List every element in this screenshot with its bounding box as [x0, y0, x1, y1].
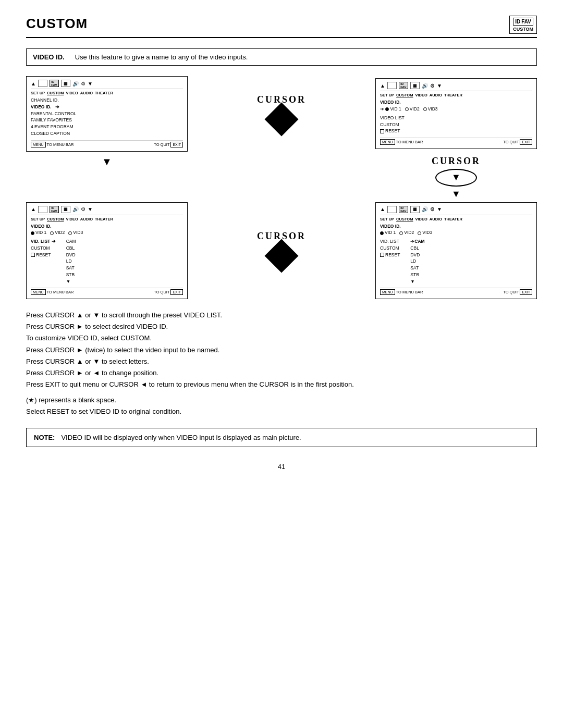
nav-video-bl: VIDEO [66, 217, 78, 221]
menu-icon-speaker-br: 🔊 [422, 206, 428, 212]
bl-reset: RESET [31, 252, 56, 258]
page-header: CUSTOM ID FAV CUSTOM [26, 16, 537, 38]
menu-icon-settings-tr: ⚙ [430, 83, 435, 89]
center-top-connector: CURSOR [188, 94, 375, 133]
menu-icon-blank-tr [387, 82, 397, 89]
nav-custom-tr: CUSTOM [396, 93, 413, 97]
nav-video: VIDEO [66, 91, 78, 95]
desc-line-4: Press CURSOR ► (twice) to select the vid… [26, 344, 537, 356]
menu-icon-settings: ⚙ [81, 81, 85, 87]
cursor-diamond-bottom [264, 239, 298, 273]
nav-video-tr: VIDEO [415, 93, 427, 97]
tr-video-id-heading: VIDEO ID. [380, 99, 532, 106]
nav-up-bl: ▲ [31, 206, 36, 212]
bl-right-list: CAM CBL DVD LD SAT STB ▼ [66, 238, 76, 285]
screen-bottom-left-nav-labels: SET UP CUSTOM VIDEO AUDIO THEATER [31, 217, 183, 221]
screen-bottom-right-nav-labels: SET UP CUSTOM VIDEO AUDIO THEATER [380, 217, 532, 221]
screen-top-right-nav-labels: SET UP CUSTOM VIDEO AUDIO THEATER [380, 93, 532, 97]
desc-line-6: Press CURSOR ► or ◄ to change position. [26, 367, 537, 379]
bl-cbl: CBL [66, 245, 76, 252]
screen-top-right-content: VIDEO ID. ➔ VID 1 VID2 VID3 VIDEO LIST C… [380, 99, 532, 134]
nav-custom-bl: CUSTOM [47, 217, 64, 221]
footer-quit-bl: TO QUIT EXIT [154, 290, 183, 294]
tr-reset: RESET [380, 128, 532, 134]
br-sat: SAT [410, 265, 424, 272]
middle-connector-row: ▼ CURSOR ▼ ▼ [26, 156, 537, 200]
screen-bottom-right-menubar: ▲ IDFAV ▦ 🔊 ⚙ ▼ [380, 206, 532, 215]
diagram-area: ▲ IDFAV ▦ 🔊 ⚙ ▼ SET UP CUSTOM VIDEO AUDI… [26, 76, 537, 299]
cursor-oval: ▼ [435, 169, 477, 187]
nav-custom: CUSTOM [47, 91, 64, 95]
br-more: ▼ [410, 278, 424, 285]
nav-audio-tr: AUDIO [430, 93, 442, 97]
nav-audio-br: AUDIO [430, 217, 442, 221]
nav-down-arrow-tr: ▼ [437, 83, 442, 89]
bottom-row: ▲ IDFAV ▦ 🔊 ⚙ ▼ SET UP CUSTOM VIDEO AUDI… [26, 202, 537, 300]
desc-line-5: Press CURSOR ▲ or ▼ to select letters. [26, 356, 537, 367]
down-arrow-right: ▼ [451, 189, 461, 200]
bl-more: ▼ [66, 278, 76, 285]
menu-icon-grid-bl: ▦ [61, 206, 70, 213]
video-id-desc: Use this feature to give a name to any o… [75, 53, 248, 61]
video-id-section: VIDEO ID. Use this feature to give a nam… [26, 48, 537, 66]
center-bottom-connector: CURSOR [188, 231, 375, 270]
nav-setup-bl: SET UP [31, 217, 45, 221]
star-note-line-1: (★) represents a blank space. [26, 394, 537, 406]
nav-down-br: ▼ [437, 206, 442, 212]
footer-quit-tr: TO QUIT EXIT [503, 140, 532, 144]
br-ld: LD [410, 258, 424, 265]
menu-icon-grid-br: ▦ [410, 206, 420, 213]
menu-icon-idfav-bl: IDFAV [50, 206, 59, 213]
star-note-line-2: Select RESET to set VIDEO ID to original… [26, 406, 537, 417]
nav-up-br: ▲ [380, 206, 385, 212]
footer-menu-bl: MENU TO MENU BAR [31, 290, 74, 294]
menu-icon-idfav-tr: IDFAV [399, 82, 408, 89]
nav-down-bl: ▼ [88, 206, 93, 212]
footer-quit-br: TO QUIT EXIT [503, 290, 532, 294]
screen-top-left: ▲ IDFAV ▦ 🔊 ⚙ ▼ SET UP CUSTOM VIDEO AUDI… [26, 76, 188, 152]
menu-icon-idfav-br: IDFAV [399, 206, 408, 213]
bl-cam: CAM [66, 238, 76, 245]
bl-video-id-heading: VIDEO ID. [31, 223, 183, 230]
video-id-label: VIDEO ID. [33, 53, 65, 61]
br-arrow-cam: ➔ CAM [410, 238, 424, 245]
menu-icon-grid-tr: ▦ [410, 82, 420, 89]
footer-menu-left: MENU TO MENU BAR [31, 142, 74, 147]
bl-vid-list: VID. LIST ➔ [31, 238, 56, 245]
footer-quit-left: TO QUIT EXIT [154, 142, 183, 147]
br-video-id-heading: VIDEO ID. [380, 223, 532, 230]
screen-top-left-content: CHANNEL ID. VIDEO ID. ➔ PARENTAL CONTROL… [31, 97, 183, 137]
br-dvd: DVD [410, 252, 424, 258]
description-block: Press CURSOR ▲ or ▼ to scroll through th… [26, 310, 537, 417]
screen-bottom-left: ▲ IDFAV ▦ 🔊 ⚙ ▼ SET UP CUSTOM VIDEO AUDI… [26, 202, 188, 300]
bl-custom: CUSTOM [31, 245, 56, 252]
page-title: CUSTOM [26, 16, 88, 32]
menu-icon-settings-br: ⚙ [430, 206, 435, 212]
badge-label: CUSTOM [513, 27, 533, 32]
page-number: 41 [26, 463, 537, 471]
menu-icon-idfav: IDFAV [50, 80, 59, 87]
menu-icon-grid: ▦ [61, 80, 70, 87]
br-vid-options: VID 1 VID2 VID3 [380, 229, 532, 236]
nav-theater-br: THEATER [444, 217, 462, 221]
nav-setup-tr: SET UP [380, 93, 394, 97]
nav-theater: THEATER [95, 91, 113, 95]
br-lists: VID. LIST CUSTOM RESET ➔ CAM CBL DVD LD … [380, 238, 532, 285]
screen-bottom-right-footer: MENU TO MENU BAR TO QUIT EXIT [380, 288, 532, 294]
desc-line-1: Press CURSOR ▲ or ▼ to scroll through th… [26, 310, 537, 321]
note-label: NOTE: [34, 434, 55, 441]
desc-line-7: Press EXIT to quit menu or CURSOR ◄ to r… [26, 379, 537, 390]
screen-bottom-left-content: VIDEO ID. VID 1 VID2 VID3 VID. LIST ➔ CU… [31, 223, 183, 285]
screen-top-right-menubar: ▲ IDFAV ▦ 🔊 ⚙ ▼ [380, 82, 532, 91]
cursor-oval-arrow: ▼ [451, 172, 461, 183]
nav-audio: AUDIO [80, 91, 93, 95]
badge-icon-fav: FAV [521, 19, 531, 24]
nav-up-arrow-tr: ▲ [380, 83, 385, 89]
br-right-list: ➔ CAM CBL DVD LD SAT STB ▼ [410, 238, 424, 285]
bl-vid-options: VID 1 VID2 VID3 [31, 229, 183, 236]
nav-up-arrow: ▲ [31, 81, 36, 87]
screen-bottom-left-menubar: ▲ IDFAV ▦ 🔊 ⚙ ▼ [31, 206, 183, 215]
screen-bottom-right-content: VIDEO ID. VID 1 VID2 VID3 VID. LIST CUST… [380, 223, 532, 285]
footer-menu-br: MENU TO MENU BAR [380, 290, 423, 294]
footer-menu-tr: MENU TO MENU BAR [380, 140, 423, 144]
